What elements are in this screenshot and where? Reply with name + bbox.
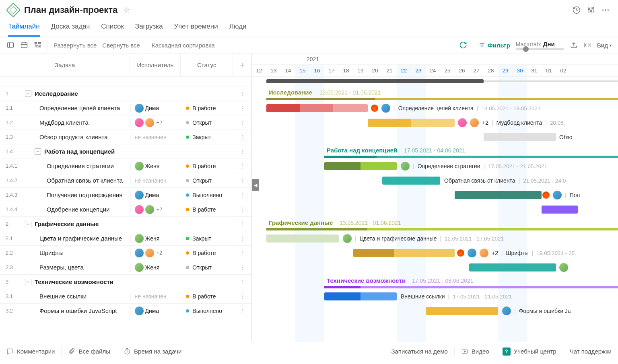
fit-icon[interactable] [583,41,591,49]
row-menu-icon[interactable]: ⋮ [233,206,251,213]
task-bar[interactable] [324,162,397,170]
row-menu-icon[interactable]: ⋮ [233,90,251,97]
expand-all-button[interactable]: Развернуть все [54,42,97,49]
tab-people[interactable]: Люди [229,19,247,37]
collapse-toggle[interactable]: − [35,148,41,155]
assignee-cell[interactable]: Дима [130,306,181,315]
task-row[interactable]: 2.1Цвета и графические данныеЖеняЗакрыт⋮ [0,231,251,246]
task-row[interactable]: 1.4.1Определение стратегииЖеняВ работе⋮ [0,159,251,173]
assignee-cell[interactable]: Дима [130,104,181,113]
task-bar[interactable] [469,263,556,271]
row-menu-icon[interactable]: ⋮ [233,293,251,300]
row-menu-icon[interactable]: ⋮ [233,192,251,198]
summary-bar[interactable] [266,228,618,230]
status-cell[interactable]: В работе [181,105,233,111]
assignee-cell[interactable]: +2 [130,118,181,127]
task-bar[interactable] [353,249,455,257]
collapse-toggle[interactable]: − [25,279,31,285]
collapse-all-button[interactable]: Свернуть все [102,42,140,49]
status-cell[interactable]: В работе [181,206,233,213]
task-bar[interactable] [324,292,397,300]
export-icon[interactable] [570,41,578,49]
row-menu-icon[interactable]: ⋮ [233,163,251,169]
collapse-toggle[interactable]: − [25,90,31,97]
collapse-toggle[interactable]: − [25,221,31,227]
summary-bar[interactable] [324,156,618,158]
panel-left-icon[interactable] [6,41,14,49]
assignee-cell[interactable]: Женя [130,263,181,272]
task-row[interactable]: 1−Исследование⋮ [0,86,251,101]
status-cell[interactable]: Открыт [181,177,233,184]
view-dropdown[interactable]: Вид▾ [597,42,612,49]
assignee-cell[interactable]: Дима [130,191,181,199]
assignee-cell[interactable]: Женя [130,234,181,243]
status-cell[interactable]: Выполнено [181,192,233,198]
assignee-cell[interactable]: не назначен [130,177,181,184]
assignee-cell[interactable]: +2 [130,249,181,257]
support-chat-button[interactable]: Чат поддержки [570,348,612,355]
summary-bar[interactable] [266,98,618,100]
task-row[interactable]: 2−Графические данные⋮ [0,217,251,231]
task-bar[interactable] [542,206,578,214]
row-menu-icon[interactable]: ⋮ [233,235,251,242]
status-cell[interactable]: Открыт [181,119,233,126]
status-cell[interactable]: В работе [181,293,233,300]
row-menu-icon[interactable]: ⋮ [233,134,251,140]
tab-workload[interactable]: Загрузка [135,19,163,37]
task-row[interactable]: 3.2Формы и ошибки JavaScriptДимаВыполнен… [0,304,251,318]
task-row[interactable]: 3−Технические возможности⋮ [0,275,251,289]
assignee-cell[interactable]: не назначен [130,134,181,140]
row-menu-icon[interactable]: ⋮ [233,250,251,256]
row-menu-icon[interactable]: ⋮ [233,221,251,227]
task-bar[interactable] [455,191,542,199]
task-row[interactable]: 1.4.2Обратная связь от клиентане назначе… [0,173,251,188]
row-menu-icon[interactable]: ⋮ [233,279,251,285]
status-cell[interactable]: В работе [181,250,233,256]
row-menu-icon[interactable]: ⋮ [233,119,251,126]
assignee-cell[interactable]: +2 [130,205,181,214]
task-row[interactable]: 1.4.4Одобрение концепции+2В работе⋮ [0,202,251,217]
task-bar[interactable] [266,104,368,112]
tab-timeline[interactable]: Таймлайн [8,19,40,37]
summary-minimap[interactable] [266,79,618,83]
task-row[interactable]: 2.3Размеры, цветаЖеняОткрыт⋮ [0,260,251,275]
tab-board[interactable]: Доска задач [51,19,90,37]
more-menu-icon[interactable] [601,6,610,14]
task-bar[interactable] [368,119,455,127]
tab-time[interactable]: Учет времени [174,19,218,37]
files-button[interactable]: Все файлы [68,348,110,355]
task-row[interactable]: 3.1Внешние ссылкине назначенВ работе⋮ [0,289,251,304]
task-row[interactable]: 1.1Определение целей клиентаДимаВ работе… [0,101,251,115]
task-bar[interactable] [382,177,440,185]
assignee-cell[interactable]: Женя [130,162,181,171]
filter-button[interactable]: Фильтр [479,42,510,49]
task-row[interactable]: 1.4−Работа над концепцией⋮ [0,144,251,159]
status-cell[interactable]: Выполнено [181,308,233,314]
status-cell[interactable]: Открыт [181,264,233,271]
time-button[interactable]: Время на задачи [124,348,181,355]
task-row[interactable]: 2.2Шрифты+2В работе⋮ [0,246,251,260]
add-column-button[interactable]: + [233,53,251,76]
refresh-icon[interactable] [459,41,467,49]
scale-slider[interactable] [516,48,564,50]
row-menu-icon[interactable]: ⋮ [233,264,251,271]
task-bar[interactable] [484,133,556,141]
row-menu-icon[interactable]: ⋮ [233,177,251,184]
summary-bar[interactable] [324,286,618,288]
learning-button[interactable]: ?Учебный центр [503,348,556,356]
demo-button[interactable]: Записаться на демо [391,348,447,355]
status-cell[interactable]: Закрыт [181,134,233,140]
comments-button[interactable]: Комментарии [6,348,55,355]
status-cell[interactable]: Закрыт [181,235,233,242]
row-menu-icon[interactable]: ⋮ [233,308,251,314]
tab-list[interactable]: Список [101,19,124,37]
task-row[interactable]: 1.4.3Получение подтвержденияДимаВыполнен… [0,188,251,202]
task-row[interactable]: 1.3Обзор продукта клиентане назначенЗакр… [0,130,251,144]
assignee-cell[interactable]: не назначен [130,293,181,300]
calendar-icon[interactable] [20,41,28,49]
settings-sliders-icon[interactable] [587,6,595,14]
history-icon[interactable] [572,6,581,14]
status-cell[interactable]: В работе [181,163,233,169]
favorite-star-icon[interactable]: ☆ [123,5,130,15]
row-menu-icon[interactable]: ⋮ [233,105,251,111]
